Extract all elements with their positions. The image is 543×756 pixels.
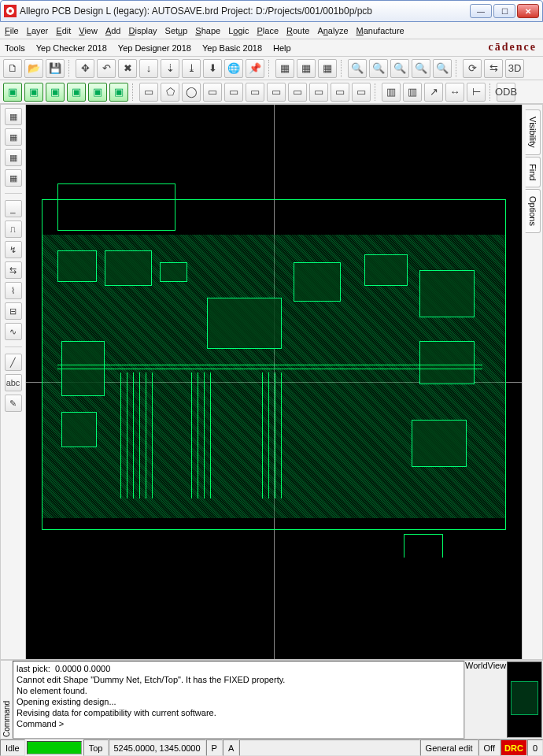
- shape-fill4-button[interactable]: ▣: [67, 83, 86, 102]
- maximize-button[interactable]: ☐: [493, 4, 515, 18]
- globe-button[interactable]: 🌐: [224, 59, 243, 78]
- odb-button[interactable]: ODB: [497, 83, 515, 102]
- poly-button[interactable]: ⬠: [161, 83, 179, 102]
- tool-7[interactable]: ↯: [5, 241, 22, 258]
- edit4-button[interactable]: ▭: [288, 83, 307, 102]
- pin-button[interactable]: 📌: [246, 59, 264, 78]
- menu-manufacture[interactable]: Manufacture: [356, 26, 404, 35]
- menu-layer[interactable]: Layer: [27, 26, 49, 35]
- tab-visibility[interactable]: Visibility: [525, 109, 541, 155]
- circle-button[interactable]: ◯: [182, 83, 201, 102]
- zoom-in-button[interactable]: 🔍: [369, 59, 388, 78]
- tool-4[interactable]: ▦: [5, 169, 22, 187]
- move-button[interactable]: ✥: [76, 59, 94, 78]
- menu-analyze[interactable]: Analyze: [317, 26, 348, 35]
- status-drc[interactable]: DRC: [501, 739, 527, 756]
- zoom-fit-button[interactable]: 🔍: [348, 59, 367, 78]
- shape-fill1-button[interactable]: ▣: [3, 83, 22, 102]
- status-p[interactable]: P: [206, 739, 223, 756]
- menu-yep-designer[interactable]: Yep Designer 2018: [118, 43, 191, 53]
- down-button[interactable]: ↓: [139, 59, 158, 78]
- menu-file[interactable]: File: [5, 26, 19, 35]
- status-a[interactable]: A: [223, 739, 239, 756]
- shape-fill6-button[interactable]: ▣: [109, 83, 128, 102]
- sel2-button[interactable]: ▥: [403, 83, 422, 102]
- zoom-out-button[interactable]: 🔍: [390, 59, 409, 78]
- tool-2[interactable]: ▦: [5, 128, 22, 146]
- status-off[interactable]: Off: [478, 739, 501, 756]
- canvas-wrap: [26, 105, 522, 659]
- pcb-canvas[interactable]: [26, 105, 522, 659]
- tool-5[interactable]: ⎯: [5, 200, 22, 217]
- save-button[interactable]: 💾: [46, 59, 65, 78]
- edit-button[interactable]: ▭: [224, 83, 243, 102]
- tool-3[interactable]: ▦: [5, 149, 22, 166]
- grid1-button[interactable]: ▦: [275, 59, 294, 78]
- dim-button[interactable]: ↔: [445, 83, 464, 102]
- grid3-button[interactable]: ▦: [318, 59, 337, 78]
- cancel-button[interactable]: ✖: [118, 59, 137, 78]
- edit7-button[interactable]: ▭: [352, 83, 371, 102]
- tool-edit-text[interactable]: ✎: [5, 395, 22, 412]
- menu-place[interactable]: Place: [257, 26, 279, 35]
- 3d-button[interactable]: 3D: [505, 59, 524, 78]
- edit3-button[interactable]: ▭: [267, 83, 286, 102]
- select-button[interactable]: ▭: [203, 83, 222, 102]
- zoom-fit-icon: 🔍: [351, 62, 364, 74]
- status-layer[interactable]: Top: [83, 739, 109, 756]
- status-coords: 5245.0000, 1345.0000: [109, 739, 206, 756]
- tool-8[interactable]: ⇆: [5, 261, 22, 279]
- minimize-button[interactable]: —: [470, 4, 492, 18]
- edit6-button[interactable]: ▭: [331, 83, 349, 102]
- menu-route[interactable]: Route: [286, 26, 309, 35]
- tab-find[interactable]: Find: [525, 157, 541, 187]
- menu-logic[interactable]: Logic: [228, 26, 249, 35]
- menu-tools[interactable]: Tools: [5, 43, 25, 53]
- edit2-button[interactable]: ▭: [246, 83, 264, 102]
- menu-setup[interactable]: Setup: [165, 26, 188, 35]
- menu-display[interactable]: Display: [129, 26, 157, 35]
- status-bar: Idle Top 5245.0000, 1345.0000 P A Genera…: [0, 739, 543, 756]
- tab-options[interactable]: Options: [525, 189, 541, 233]
- close-button[interactable]: ✕: [517, 4, 539, 18]
- status-mode[interactable]: General edit: [420, 739, 478, 756]
- menu-help[interactable]: Help: [273, 43, 291, 53]
- down4-button[interactable]: ⬇: [203, 59, 222, 78]
- zoom-prev-button[interactable]: 🔍: [433, 59, 452, 78]
- new-button[interactable]: 🗋: [3, 59, 22, 78]
- world-view: WorldView: [464, 661, 543, 739]
- tool-line[interactable]: ╱: [5, 354, 22, 371]
- tool-1[interactable]: ▦: [5, 108, 22, 125]
- menu-yep-basic[interactable]: Yep Basic 2018: [202, 43, 262, 53]
- menu-edit[interactable]: Edit: [56, 26, 71, 35]
- shape-fill5-button[interactable]: ▣: [88, 83, 107, 102]
- tool-10[interactable]: ⊟: [5, 302, 22, 320]
- sel1-button[interactable]: ▥: [382, 83, 401, 102]
- trace: [139, 372, 140, 498]
- tool-6[interactable]: ⎍: [5, 220, 22, 238]
- undo-button[interactable]: ↶: [97, 59, 116, 78]
- dim2-button[interactable]: ⊢: [467, 83, 486, 102]
- arrow-button[interactable]: ↗: [424, 83, 443, 102]
- menu-add[interactable]: Add: [105, 26, 121, 35]
- down2-button[interactable]: ⇣: [161, 59, 179, 78]
- menu-yep-checker[interactable]: Yep Checker 2018: [36, 43, 107, 53]
- console-output[interactable]: [13, 661, 464, 739]
- menu-view[interactable]: View: [79, 26, 98, 35]
- tool-abc[interactable]: abc: [5, 374, 22, 391]
- tool-9[interactable]: ⌇: [5, 282, 22, 299]
- zoom-sel-button[interactable]: 🔍: [412, 59, 430, 78]
- divider: [5, 193, 22, 194]
- refresh-button[interactable]: ⟳: [463, 59, 482, 78]
- open-button[interactable]: 📂: [24, 59, 43, 78]
- edit5-button[interactable]: ▭: [309, 83, 328, 102]
- down3-button[interactable]: ⤓: [182, 59, 201, 78]
- rect-button[interactable]: ▭: [139, 83, 158, 102]
- shape-fill3-button[interactable]: ▣: [46, 83, 65, 102]
- swap-button[interactable]: ⇆: [484, 59, 503, 78]
- grid2-button[interactable]: ▦: [297, 59, 316, 78]
- menu-shape[interactable]: Shape: [195, 26, 220, 35]
- shape-fill2-button[interactable]: ▣: [24, 83, 43, 102]
- tool-11[interactable]: ∿: [5, 323, 22, 340]
- worldview-canvas[interactable]: [507, 662, 542, 738]
